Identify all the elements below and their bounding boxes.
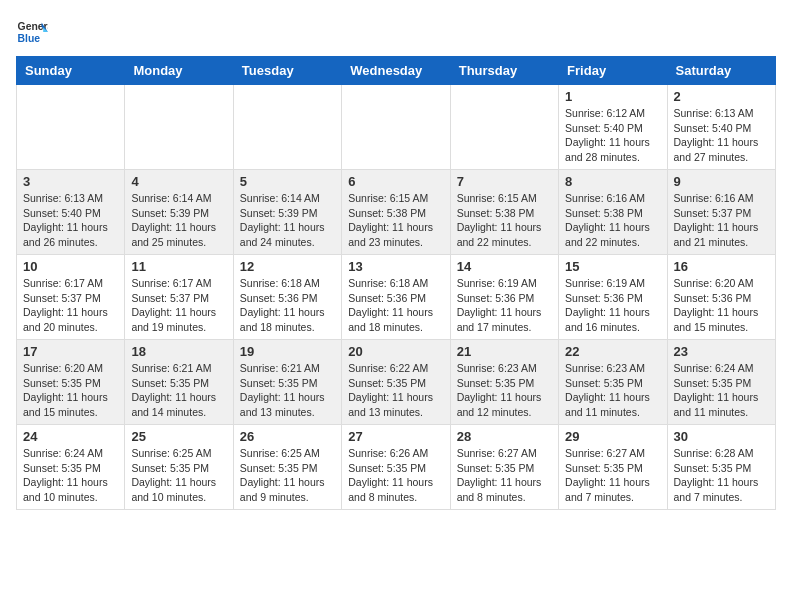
day-info: Sunrise: 6:20 AM Sunset: 5:35 PM Dayligh… xyxy=(23,361,118,420)
day-info: Sunrise: 6:28 AM Sunset: 5:35 PM Dayligh… xyxy=(674,446,769,505)
calendar-day: 23Sunrise: 6:24 AM Sunset: 5:35 PM Dayli… xyxy=(667,340,775,425)
logo: General Blue xyxy=(16,16,52,48)
day-info: Sunrise: 6:18 AM Sunset: 5:36 PM Dayligh… xyxy=(348,276,443,335)
day-info: Sunrise: 6:14 AM Sunset: 5:39 PM Dayligh… xyxy=(240,191,335,250)
calendar-day: 14Sunrise: 6:19 AM Sunset: 5:36 PM Dayli… xyxy=(450,255,558,340)
day-info: Sunrise: 6:27 AM Sunset: 5:35 PM Dayligh… xyxy=(457,446,552,505)
calendar-week-row: 10Sunrise: 6:17 AM Sunset: 5:37 PM Dayli… xyxy=(17,255,776,340)
day-number: 23 xyxy=(674,344,769,359)
day-info: Sunrise: 6:25 AM Sunset: 5:35 PM Dayligh… xyxy=(240,446,335,505)
day-info: Sunrise: 6:24 AM Sunset: 5:35 PM Dayligh… xyxy=(674,361,769,420)
calendar-day: 12Sunrise: 6:18 AM Sunset: 5:36 PM Dayli… xyxy=(233,255,341,340)
day-info: Sunrise: 6:16 AM Sunset: 5:37 PM Dayligh… xyxy=(674,191,769,250)
day-number: 9 xyxy=(674,174,769,189)
day-info: Sunrise: 6:21 AM Sunset: 5:35 PM Dayligh… xyxy=(240,361,335,420)
day-info: Sunrise: 6:25 AM Sunset: 5:35 PM Dayligh… xyxy=(131,446,226,505)
day-info: Sunrise: 6:13 AM Sunset: 5:40 PM Dayligh… xyxy=(674,106,769,165)
day-info: Sunrise: 6:22 AM Sunset: 5:35 PM Dayligh… xyxy=(348,361,443,420)
calendar-day: 26Sunrise: 6:25 AM Sunset: 5:35 PM Dayli… xyxy=(233,425,341,510)
svg-text:Blue: Blue xyxy=(18,33,41,44)
calendar-day: 16Sunrise: 6:20 AM Sunset: 5:36 PM Dayli… xyxy=(667,255,775,340)
calendar-day: 18Sunrise: 6:21 AM Sunset: 5:35 PM Dayli… xyxy=(125,340,233,425)
calendar-day: 6Sunrise: 6:15 AM Sunset: 5:38 PM Daylig… xyxy=(342,170,450,255)
day-number: 3 xyxy=(23,174,118,189)
day-header-thursday: Thursday xyxy=(450,57,558,85)
calendar-day: 22Sunrise: 6:23 AM Sunset: 5:35 PM Dayli… xyxy=(559,340,667,425)
calendar-day: 29Sunrise: 6:27 AM Sunset: 5:35 PM Dayli… xyxy=(559,425,667,510)
calendar-day xyxy=(17,85,125,170)
calendar-day: 19Sunrise: 6:21 AM Sunset: 5:35 PM Dayli… xyxy=(233,340,341,425)
day-info: Sunrise: 6:27 AM Sunset: 5:35 PM Dayligh… xyxy=(565,446,660,505)
day-number: 18 xyxy=(131,344,226,359)
day-number: 12 xyxy=(240,259,335,274)
day-number: 8 xyxy=(565,174,660,189)
day-number: 20 xyxy=(348,344,443,359)
calendar-day: 28Sunrise: 6:27 AM Sunset: 5:35 PM Dayli… xyxy=(450,425,558,510)
calendar-day: 30Sunrise: 6:28 AM Sunset: 5:35 PM Dayli… xyxy=(667,425,775,510)
day-info: Sunrise: 6:15 AM Sunset: 5:38 PM Dayligh… xyxy=(348,191,443,250)
day-number: 27 xyxy=(348,429,443,444)
calendar-week-row: 24Sunrise: 6:24 AM Sunset: 5:35 PM Dayli… xyxy=(17,425,776,510)
day-header-saturday: Saturday xyxy=(667,57,775,85)
day-header-tuesday: Tuesday xyxy=(233,57,341,85)
calendar-day: 9Sunrise: 6:16 AM Sunset: 5:37 PM Daylig… xyxy=(667,170,775,255)
day-info: Sunrise: 6:26 AM Sunset: 5:35 PM Dayligh… xyxy=(348,446,443,505)
calendar-day: 1Sunrise: 6:12 AM Sunset: 5:40 PM Daylig… xyxy=(559,85,667,170)
calendar-week-row: 3Sunrise: 6:13 AM Sunset: 5:40 PM Daylig… xyxy=(17,170,776,255)
day-info: Sunrise: 6:19 AM Sunset: 5:36 PM Dayligh… xyxy=(457,276,552,335)
logo-icon: General Blue xyxy=(16,16,48,48)
day-number: 10 xyxy=(23,259,118,274)
day-header-sunday: Sunday xyxy=(17,57,125,85)
calendar-day: 5Sunrise: 6:14 AM Sunset: 5:39 PM Daylig… xyxy=(233,170,341,255)
day-info: Sunrise: 6:14 AM Sunset: 5:39 PM Dayligh… xyxy=(131,191,226,250)
day-info: Sunrise: 6:13 AM Sunset: 5:40 PM Dayligh… xyxy=(23,191,118,250)
day-number: 1 xyxy=(565,89,660,104)
calendar-day xyxy=(233,85,341,170)
day-number: 11 xyxy=(131,259,226,274)
calendar-day: 10Sunrise: 6:17 AM Sunset: 5:37 PM Dayli… xyxy=(17,255,125,340)
calendar-week-row: 1Sunrise: 6:12 AM Sunset: 5:40 PM Daylig… xyxy=(17,85,776,170)
day-info: Sunrise: 6:12 AM Sunset: 5:40 PM Dayligh… xyxy=(565,106,660,165)
day-info: Sunrise: 6:23 AM Sunset: 5:35 PM Dayligh… xyxy=(565,361,660,420)
day-info: Sunrise: 6:24 AM Sunset: 5:35 PM Dayligh… xyxy=(23,446,118,505)
calendar-day: 7Sunrise: 6:15 AM Sunset: 5:38 PM Daylig… xyxy=(450,170,558,255)
day-number: 4 xyxy=(131,174,226,189)
calendar-day: 4Sunrise: 6:14 AM Sunset: 5:39 PM Daylig… xyxy=(125,170,233,255)
day-number: 29 xyxy=(565,429,660,444)
day-info: Sunrise: 6:17 AM Sunset: 5:37 PM Dayligh… xyxy=(23,276,118,335)
day-header-monday: Monday xyxy=(125,57,233,85)
calendar-day: 2Sunrise: 6:13 AM Sunset: 5:40 PM Daylig… xyxy=(667,85,775,170)
calendar-day: 3Sunrise: 6:13 AM Sunset: 5:40 PM Daylig… xyxy=(17,170,125,255)
day-info: Sunrise: 6:15 AM Sunset: 5:38 PM Dayligh… xyxy=(457,191,552,250)
day-info: Sunrise: 6:20 AM Sunset: 5:36 PM Dayligh… xyxy=(674,276,769,335)
day-number: 17 xyxy=(23,344,118,359)
calendar-day: 27Sunrise: 6:26 AM Sunset: 5:35 PM Dayli… xyxy=(342,425,450,510)
day-header-wednesday: Wednesday xyxy=(342,57,450,85)
calendar-day: 24Sunrise: 6:24 AM Sunset: 5:35 PM Dayli… xyxy=(17,425,125,510)
day-number: 25 xyxy=(131,429,226,444)
day-number: 21 xyxy=(457,344,552,359)
calendar-day: 17Sunrise: 6:20 AM Sunset: 5:35 PM Dayli… xyxy=(17,340,125,425)
calendar-day: 20Sunrise: 6:22 AM Sunset: 5:35 PM Dayli… xyxy=(342,340,450,425)
day-number: 26 xyxy=(240,429,335,444)
day-number: 19 xyxy=(240,344,335,359)
calendar-day: 25Sunrise: 6:25 AM Sunset: 5:35 PM Dayli… xyxy=(125,425,233,510)
day-info: Sunrise: 6:18 AM Sunset: 5:36 PM Dayligh… xyxy=(240,276,335,335)
day-number: 22 xyxy=(565,344,660,359)
day-info: Sunrise: 6:17 AM Sunset: 5:37 PM Dayligh… xyxy=(131,276,226,335)
calendar-day: 8Sunrise: 6:16 AM Sunset: 5:38 PM Daylig… xyxy=(559,170,667,255)
day-number: 6 xyxy=(348,174,443,189)
day-info: Sunrise: 6:21 AM Sunset: 5:35 PM Dayligh… xyxy=(131,361,226,420)
calendar-day xyxy=(125,85,233,170)
day-info: Sunrise: 6:16 AM Sunset: 5:38 PM Dayligh… xyxy=(565,191,660,250)
calendar-day: 11Sunrise: 6:17 AM Sunset: 5:37 PM Dayli… xyxy=(125,255,233,340)
day-number: 2 xyxy=(674,89,769,104)
calendar-day: 15Sunrise: 6:19 AM Sunset: 5:36 PM Dayli… xyxy=(559,255,667,340)
calendar-day: 21Sunrise: 6:23 AM Sunset: 5:35 PM Dayli… xyxy=(450,340,558,425)
day-number: 15 xyxy=(565,259,660,274)
day-info: Sunrise: 6:23 AM Sunset: 5:35 PM Dayligh… xyxy=(457,361,552,420)
day-number: 13 xyxy=(348,259,443,274)
day-number: 30 xyxy=(674,429,769,444)
day-header-friday: Friday xyxy=(559,57,667,85)
calendar-day xyxy=(342,85,450,170)
